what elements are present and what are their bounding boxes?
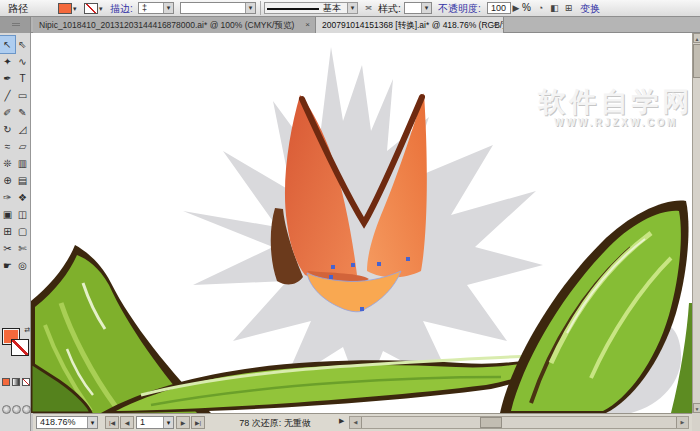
paint-mode-buttons [2,378,30,388]
zoom-level-combo[interactable]: 418.76% ▾ [36,416,98,429]
free-transform-tool[interactable]: ▱ [15,138,30,155]
none-mode-button[interactable] [22,378,30,386]
isolate-mode-icon[interactable]: ◧ [548,2,561,15]
status-text: 78 次还原: 无重做 [211,417,339,430]
pen-tool[interactable]: ✒ [0,70,15,87]
selection-tool[interactable]: ↖ [0,36,15,53]
magic-wand-tool[interactable]: ✦ [0,53,15,70]
close-icon[interactable]: × [491,20,500,29]
chevron-down-icon: ▾ [421,3,431,13]
screen-mode-buttons [2,405,30,417]
graph-tool[interactable]: ▥ [15,155,30,172]
brush-definition-value: 基本 [323,3,341,13]
scroll-up-icon[interactable]: ▲ [693,33,700,43]
stroke-none-icon [84,3,98,14]
artboard-tool[interactable]: ▢ [15,223,30,240]
toolbox-panel-grip[interactable] [0,17,31,33]
crop-area-tool[interactable]: ⊞ [0,223,15,240]
line-segment-tool[interactable]: ╱ [0,87,15,104]
illustrator-window: 路径 ▾ ▾ 描边: ‡ ▾ ▾ 基本 ▾ ≍ 样式: ▾ 不透明度: 100 … [0,0,700,431]
chevron-down-icon: ▾ [347,3,357,13]
opacity-input[interactable]: 100 [487,2,511,14]
stepper-icon: ‡ [142,3,147,13]
style-combo[interactable]: ▾ [404,2,432,14]
last-artboard-button[interactable]: ▶| [191,416,205,429]
vertical-scrollbar[interactable]: ▲ ▼ [692,33,700,413]
direct-selection-tool[interactable]: ⇖ [15,36,30,53]
chevron-right-icon[interactable]: ▶ [512,2,520,15]
status-menu-icon[interactable]: ▶ [339,417,344,425]
width-profile-icon[interactable]: ≍ [362,2,375,15]
zoom-tool[interactable]: ◎ [15,257,30,274]
artboard-number-combo[interactable]: 1 ▾ [136,416,174,429]
slice-tool[interactable]: ✄ [15,240,30,257]
chevron-down-icon: ▾ [163,3,173,13]
swap-fill-stroke-icon[interactable]: ⇄ [24,326,30,334]
close-icon[interactable]: × [303,20,312,29]
next-artboard-button[interactable]: ▶ [176,416,190,429]
chevron-down-icon: ▾ [245,3,255,13]
stroke-color-swatch[interactable]: ▾ [84,3,108,15]
live-paint-selection-tool[interactable]: ◫ [15,206,30,223]
toolbox-grid: ↖⇖✦∿✒T╱▭✐✎↻◿≈▱❊▥⊕▤✑❖▣◫⊞▢✂✄☛◎ [0,36,30,274]
fill-color-swatch[interactable]: ▾ [58,3,82,15]
rectangle-tool[interactable]: ▭ [15,87,30,104]
stroke-proxy-swatch[interactable] [11,339,29,356]
recolor-artwork-icon[interactable]: ◔ [534,2,547,15]
stroke-panel-link[interactable]: 描边: [110,2,133,16]
stroke-weight-combo[interactable]: ‡ ▾ [138,2,174,14]
gradient-tool[interactable]: ▤ [15,172,30,189]
tab-document-2[interactable]: 200791014151368 [转换].ai* @ 418.76% (RGB/… [316,17,504,33]
scroll-down-icon[interactable]: ▼ [693,403,700,413]
brush-definition-combo[interactable]: 基本 ▾ [264,2,358,14]
canvas-artwork[interactable] [31,33,692,413]
variable-width-combo[interactable]: ▾ [180,2,256,14]
status-bar: 418.76% ▾ |◀ ◀ 1 ▾ ▶ ▶| 78 次还原: 无重做 ▶ ◀ … [33,413,692,431]
lasso-tool[interactable]: ∿ [15,53,30,70]
scissors-tool[interactable]: ✂ [0,240,15,257]
chevron-down-icon: ▾ [87,417,97,428]
screen-mode-menubar-button[interactable] [12,405,21,414]
zoom-level-value: 418.76% [40,417,76,427]
opacity-link[interactable]: 不透明度: [438,2,481,16]
paintbrush-tool[interactable]: ✐ [0,104,15,121]
tab-document-1[interactable]: Nipic_1018410_20131203144416878000.ai* @… [33,17,316,33]
screen-mode-full-button[interactable] [22,405,31,414]
scroll-left-icon[interactable]: ◀ [350,417,362,428]
color-mode-button[interactable] [2,378,10,386]
tab-title: Nipic_1018410_20131203144416878000.ai* @… [39,20,294,30]
rotate-tool[interactable]: ↻ [0,121,15,138]
chevron-down-icon: ▾ [73,5,77,13]
blend-tool[interactable]: ❖ [15,189,30,206]
eyedropper-tool[interactable]: ✑ [0,189,15,206]
stroke-preview-icon [267,8,319,10]
horizontal-scrollbar[interactable]: ◀ ▶ [349,416,689,429]
artboard-number-value: 1 [140,417,145,427]
control-bar: 路径 ▾ ▾ 描边: ‡ ▾ ▾ 基本 ▾ ≍ 样式: ▾ 不透明度: 100 … [0,0,700,17]
scale-tool[interactable]: ◿ [15,121,30,138]
mesh-tool[interactable]: ⊕ [0,172,15,189]
align-panel-icon[interactable]: ⊞ [562,2,575,15]
canvas-area[interactable]: 软件自学网 WWW.RJZXW.COM [31,33,692,413]
symbol-sprayer-tool[interactable]: ❊ [0,155,15,172]
vertical-scroll-thumb[interactable] [693,44,700,78]
gradient-mode-button[interactable] [12,378,20,386]
screen-mode-normal-button[interactable] [2,405,11,414]
selection-type-label: 路径 [8,2,28,16]
horizontal-scroll-thumb[interactable] [480,417,502,428]
warp-tool[interactable]: ≈ [0,138,15,155]
document-tab-bar: Nipic_1018410_20131203144416878000.ai* @… [0,17,700,33]
transform-link[interactable]: 变换 [580,2,600,16]
divider [260,1,261,15]
hand-tool[interactable]: ☛ [0,257,15,274]
first-artboard-button[interactable]: |◀ [105,416,119,429]
chevron-down-icon: ▾ [99,5,103,13]
toolbox-panel: ↖⇖✦∿✒T╱▭✐✎↻◿≈▱❊▥⊕▤✑❖▣◫⊞▢✂✄☛◎ ⇄ [0,33,31,431]
scroll-right-icon[interactable]: ▶ [676,417,688,428]
live-paint-bucket-tool[interactable]: ▣ [0,206,15,223]
fill-color-icon [58,3,72,14]
prev-artboard-button[interactable]: ◀ [120,416,134,429]
fill-stroke-proxy: ⇄ [1,328,30,362]
type-tool[interactable]: T [15,70,30,87]
pencil-tool[interactable]: ✎ [15,104,30,121]
